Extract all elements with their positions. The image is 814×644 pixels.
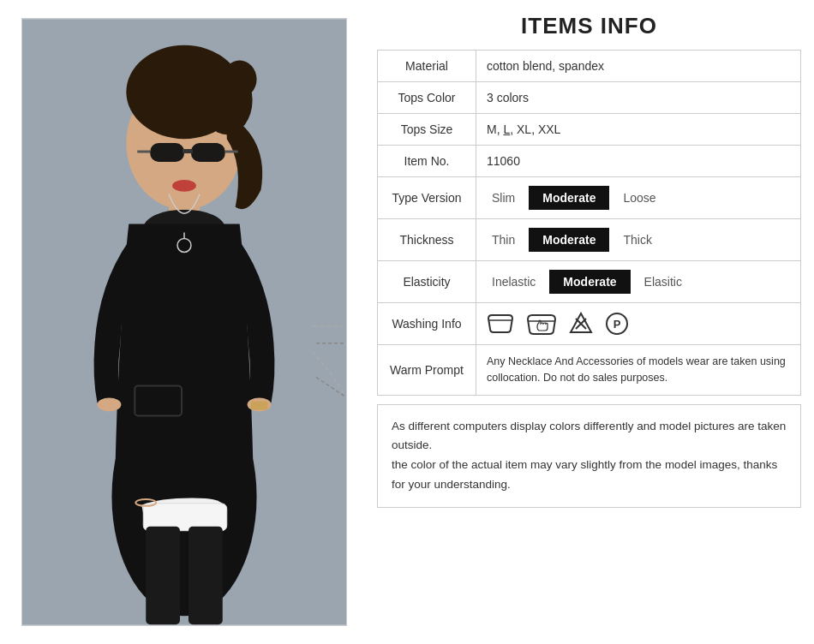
label-elasticity: Elasticity [378,261,476,303]
right-panel: ITEMS INFO Material cotton blend, spande… [368,0,814,644]
label-tops-size: Tops Size [378,114,476,146]
option-thin[interactable]: Thin [487,231,520,248]
value-washing-info: P [476,303,801,345]
svg-point-7 [223,61,257,98]
hand-wash-icon [526,312,557,336]
label-warm-prompt: Warm Prompt [378,345,476,396]
table-row: Material cotton blend, spandex [378,51,801,82]
option-moderate-elasticity[interactable]: Moderate [549,270,630,294]
svg-point-13 [172,180,196,192]
table-row: Tops Size M, L, XL, XXL [378,114,801,146]
value-thickness: Thin Moderate Thick [476,219,801,261]
page-title: ITEMS INFO [377,13,801,39]
label-material: Material [378,51,476,82]
left-panel [0,0,368,644]
label-item-no: Item No. [378,146,476,177]
value-type-version: Slim Moderate Loose [476,177,801,219]
svg-rect-16 [251,402,268,410]
notice-box: As different computers display colors di… [377,404,801,509]
value-tops-color: 3 colors [476,82,801,114]
table-row: Item No. 11060 [378,146,801,177]
value-tops-size: M, L, XL, XXL [476,114,801,146]
option-loose[interactable]: Loose [618,189,661,206]
option-moderate-thickness[interactable]: Moderate [529,228,609,252]
label-washing-info: Washing Info [378,303,476,345]
label-thickness: Thickness [378,219,476,261]
value-elasticity: Inelastic Moderate Elasitic [476,261,801,303]
value-item-no: 11060 [476,146,801,177]
value-warm-prompt: Any Necklace And Accessories of models w… [476,345,801,396]
svg-rect-10 [183,149,193,153]
notice-text: As different computers display colors di… [392,420,786,492]
model-image [21,18,347,626]
table-row: Washing Info [378,303,801,345]
svg-point-14 [98,398,122,412]
svg-text:P: P [613,318,621,331]
table-row: Thickness Thin Moderate Thick [378,219,801,261]
option-moderate-type[interactable]: Moderate [529,186,609,210]
option-inelastic[interactable]: Inelastic [487,273,541,290]
wash-basin-icon [487,312,514,336]
dry-clean-icon: P [605,312,629,336]
value-material: cotton blend, spandex [476,51,801,82]
table-row: Tops Color 3 colors [378,82,801,114]
svg-rect-19 [146,527,180,624]
option-thick[interactable]: Thick [618,231,656,248]
svg-rect-9 [191,143,225,162]
svg-rect-20 [189,527,223,624]
table-row: Warm Prompt Any Necklace And Accessories… [378,345,801,396]
option-slim[interactable]: Slim [487,189,520,206]
no-bleach-icon [569,312,593,336]
label-type-version: Type Version [378,177,476,219]
table-row: Type Version Slim Moderate Loose [378,177,801,219]
table-row: Elasticity Inelastic Moderate Elasitic [378,261,801,303]
option-elasitic[interactable]: Elasitic [639,273,687,290]
info-table: Material cotton blend, spandex Tops Colo… [377,50,801,396]
label-tops-color: Tops Color [378,82,476,114]
svg-rect-8 [150,143,184,162]
